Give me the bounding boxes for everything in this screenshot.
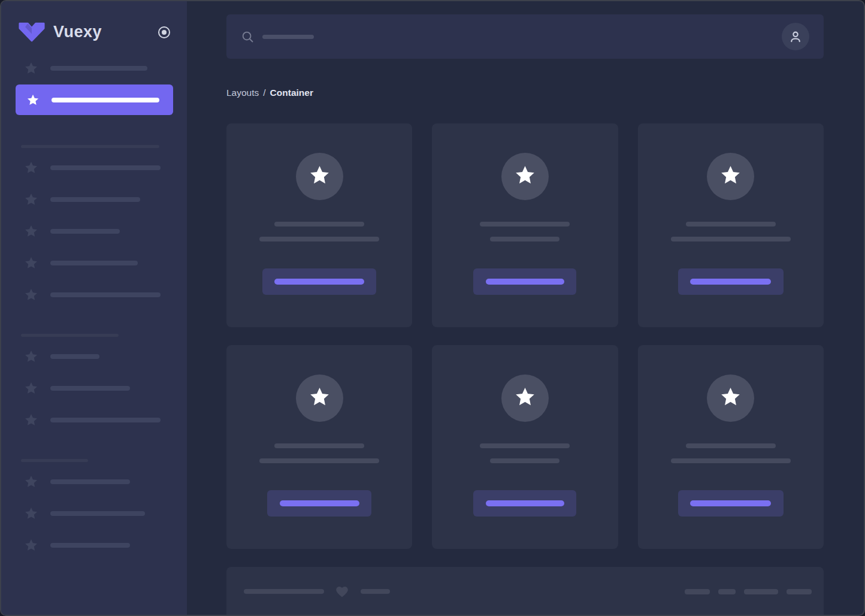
star-icon — [514, 386, 536, 410]
sidebar-item[interactable] — [1, 379, 187, 397]
sidebar-item[interactable] — [1, 473, 187, 491]
card-line-placeholder — [259, 458, 379, 463]
menu-label-placeholder — [50, 479, 130, 484]
card-line-placeholder — [686, 222, 776, 227]
card-avatar-circle — [501, 153, 549, 200]
card-button[interactable] — [262, 268, 376, 295]
heart-icon — [334, 584, 350, 599]
menu-label-placeholder — [50, 386, 130, 391]
sidebar-item[interactable] — [1, 536, 187, 554]
sidebar-pin-toggle-icon[interactable] — [157, 25, 171, 40]
menu-label-placeholder — [50, 511, 145, 516]
sidebar-item[interactable] — [1, 505, 187, 523]
card-line-placeholder — [259, 237, 379, 241]
sidebar-item[interactable] — [1, 159, 187, 177]
card-avatar-circle — [296, 375, 343, 422]
card-line-placeholder — [274, 222, 364, 227]
footer-right-group — [685, 589, 812, 594]
star-icon — [24, 381, 38, 395]
star-icon — [309, 164, 331, 189]
sidebar-item[interactable] — [1, 411, 187, 429]
menu-label-placeholder — [50, 165, 161, 170]
footer-placeholder-bar — [718, 589, 736, 594]
sidebar-item[interactable] — [1, 59, 187, 77]
footer-placeholder-bar — [744, 589, 778, 594]
sidebar: Vuexy — [1, 1, 187, 615]
menu-label-placeholder — [50, 292, 161, 297]
card-line-placeholder — [686, 443, 776, 448]
card-grid — [226, 123, 824, 549]
person-icon — [788, 29, 803, 44]
star-icon — [24, 61, 38, 76]
card — [226, 123, 412, 327]
star-icon — [719, 386, 742, 410]
card-line-placeholder — [480, 443, 570, 448]
card-avatar-circle — [707, 375, 754, 422]
card-avatar-circle — [501, 375, 549, 422]
sidebar-nav — [1, 59, 187, 554]
logo-row: Vuexy — [18, 22, 171, 43]
breadcrumb-current: Container — [270, 87, 313, 98]
sidebar-item[interactable] — [1, 191, 187, 209]
button-label-placeholder — [690, 279, 771, 285]
card-line-placeholder — [490, 237, 559, 241]
sidebar-item[interactable] — [1, 222, 187, 240]
section-divider — [21, 459, 88, 462]
app-title: Vuexy — [53, 23, 157, 41]
footer-placeholder-bar — [361, 589, 390, 594]
footer-row — [244, 584, 812, 599]
breadcrumb-parent[interactable]: Layouts — [226, 87, 259, 98]
menu-label-placeholder — [52, 98, 159, 102]
card-button[interactable] — [473, 490, 576, 517]
star-icon — [24, 349, 38, 364]
sidebar-item[interactable] — [1, 286, 187, 304]
vuexy-logo-icon — [18, 22, 46, 43]
card-line-placeholder — [671, 237, 791, 241]
footer-placeholder-bar — [244, 589, 324, 594]
menu-label-placeholder — [50, 543, 130, 548]
menu-label-placeholder — [50, 229, 120, 234]
star-icon — [24, 224, 38, 238]
star-icon — [24, 192, 38, 207]
breadcrumb-separator: / — [263, 87, 265, 98]
search-icon — [241, 30, 255, 44]
sidebar-item[interactable] — [1, 348, 187, 366]
star-icon — [24, 288, 38, 302]
sidebar-item-active[interactable] — [16, 84, 173, 115]
section-divider — [21, 145, 159, 148]
star-icon — [24, 538, 38, 552]
star-icon — [719, 164, 742, 189]
sidebar-item[interactable] — [1, 254, 187, 272]
star-icon — [24, 256, 38, 270]
breadcrumb: Layouts / Container — [226, 87, 824, 98]
star-icon — [24, 413, 38, 427]
card — [638, 123, 824, 327]
star-icon — [24, 161, 38, 175]
card-button[interactable] — [678, 268, 784, 295]
button-label-placeholder — [486, 500, 564, 506]
star-icon — [24, 506, 38, 521]
card-button[interactable] — [267, 490, 371, 517]
button-label-placeholder — [486, 279, 564, 285]
button-label-placeholder — [690, 500, 771, 506]
star-icon — [26, 93, 40, 107]
card-avatar-circle — [707, 153, 754, 200]
card-button[interactable] — [473, 268, 576, 295]
app-window: Vuexy — [0, 0, 865, 616]
menu-label-placeholder — [50, 354, 99, 359]
card — [226, 345, 412, 549]
card-line-placeholder — [671, 458, 791, 463]
star-icon — [309, 386, 331, 410]
search-input[interactable] — [226, 14, 824, 59]
card-line-placeholder — [274, 443, 364, 448]
menu-label-placeholder — [50, 418, 161, 422]
card-avatar-circle — [296, 153, 343, 200]
card-line-placeholder — [490, 458, 559, 463]
user-avatar-button[interactable] — [782, 23, 809, 50]
card — [432, 345, 618, 549]
card-button[interactable] — [678, 490, 784, 517]
star-icon — [24, 475, 38, 489]
section-divider — [21, 334, 119, 337]
button-label-placeholder — [280, 500, 359, 506]
star-icon — [514, 164, 536, 189]
